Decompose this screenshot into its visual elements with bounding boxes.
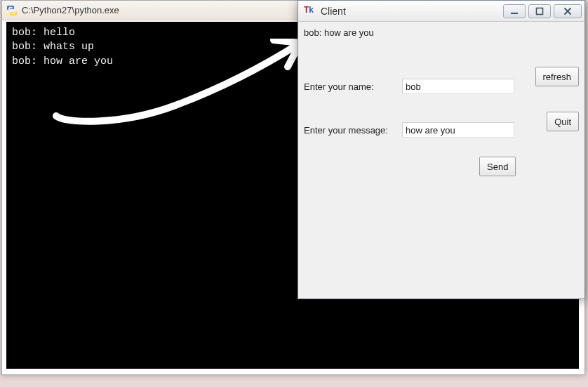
console-title: C:\Python27\python.exe — [22, 5, 119, 15]
console-line: bob: hello — [12, 27, 75, 39]
window-controls — [503, 4, 582, 18]
svg-point-0 — [9, 6, 10, 6]
message-display: bob: how are you — [304, 26, 579, 41]
name-label: Enter your name: — [304, 81, 402, 92]
message-label: Enter your message: — [304, 125, 402, 136]
send-button[interactable]: Send — [479, 157, 516, 176]
minimize-button[interactable] — [503, 4, 526, 18]
close-button[interactable] — [554, 4, 582, 18]
console-line: bob: whats up — [12, 41, 94, 53]
console-line: bob: how are you — [12, 55, 113, 67]
svg-rect-2 — [511, 13, 518, 14]
svg-rect-3 — [537, 8, 543, 14]
message-input[interactable] — [402, 122, 514, 138]
maximize-button[interactable] — [528, 4, 551, 18]
client-window: Tk Client bob: how are you refresh Enter… — [298, 0, 585, 299]
client-title: Client — [321, 6, 503, 17]
client-titlebar[interactable]: Tk Client — [298, 1, 584, 22]
tk-icon: Tk — [304, 5, 316, 18]
python-icon — [6, 5, 18, 16]
name-input[interactable] — [402, 79, 514, 94]
refresh-button[interactable]: refresh — [535, 67, 579, 86]
svg-point-1 — [13, 13, 14, 14]
client-body: bob: how are you refresh Enter your name… — [298, 22, 584, 299]
quit-button[interactable]: Quit — [547, 112, 579, 131]
